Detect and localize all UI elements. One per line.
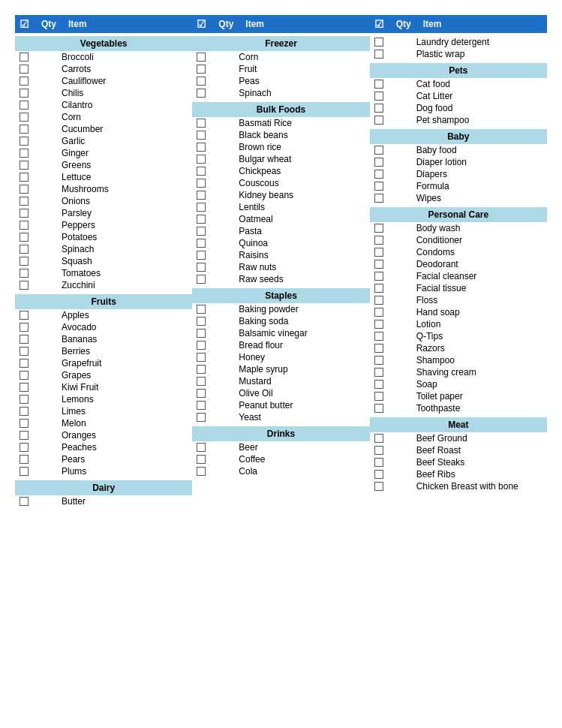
item-checkbox[interactable]: [20, 173, 29, 182]
item-checkbox[interactable]: [20, 359, 29, 368]
item-checkbox[interactable]: [197, 89, 206, 98]
item-checkbox[interactable]: [374, 470, 383, 479]
item-checkbox[interactable]: [374, 380, 383, 389]
item-checkbox[interactable]: [374, 104, 383, 113]
item-checkbox[interactable]: [197, 119, 206, 128]
item-checkbox[interactable]: [374, 38, 383, 47]
item-checkbox[interactable]: [374, 482, 383, 491]
item-checkbox[interactable]: [374, 434, 383, 443]
item-checkbox[interactable]: [197, 389, 206, 398]
item-checkbox[interactable]: [197, 467, 206, 476]
item-checkbox[interactable]: [20, 281, 29, 290]
item-checkbox[interactable]: [374, 146, 383, 155]
item-checkbox[interactable]: [374, 248, 383, 257]
item-checkbox[interactable]: [374, 356, 383, 365]
item-checkbox[interactable]: [20, 371, 29, 380]
item-checkbox[interactable]: [20, 455, 29, 464]
item-checkbox[interactable]: [20, 77, 29, 86]
item-checkbox[interactable]: [374, 458, 383, 467]
item-checkbox[interactable]: [197, 191, 206, 200]
item-checkbox[interactable]: [374, 116, 383, 125]
item-checkbox[interactable]: [374, 272, 383, 281]
item-checkbox[interactable]: [374, 392, 383, 401]
item-checkbox[interactable]: [197, 413, 206, 422]
item-checkbox[interactable]: [374, 368, 383, 377]
item-checkbox[interactable]: [197, 239, 206, 248]
item-checkbox[interactable]: [374, 332, 383, 341]
item-checkbox[interactable]: [374, 446, 383, 455]
item-checkbox[interactable]: [374, 404, 383, 413]
item-checkbox[interactable]: [197, 251, 206, 260]
item-checkbox[interactable]: [197, 455, 206, 464]
item-checkbox[interactable]: [20, 467, 29, 476]
item-checkbox[interactable]: [374, 50, 383, 59]
item-checkbox[interactable]: [20, 335, 29, 344]
item-checkbox[interactable]: [374, 80, 383, 89]
item-checkbox[interactable]: [197, 341, 206, 350]
item-checkbox[interactable]: [20, 185, 29, 194]
item-checkbox[interactable]: [20, 383, 29, 392]
item-checkbox[interactable]: [20, 323, 29, 332]
item-checkbox[interactable]: [197, 167, 206, 176]
item-checkbox[interactable]: [20, 269, 29, 278]
item-checkbox[interactable]: [374, 194, 383, 203]
list-item: Beer: [192, 441, 369, 453]
item-checkbox[interactable]: [20, 233, 29, 242]
item-checkbox[interactable]: [197, 65, 206, 74]
item-checkbox[interactable]: [197, 131, 206, 140]
item-checkbox[interactable]: [374, 224, 383, 233]
item-checkbox[interactable]: [374, 308, 383, 317]
item-checkbox[interactable]: [20, 245, 29, 254]
item-checkbox[interactable]: [197, 77, 206, 86]
item-checkbox[interactable]: [20, 125, 29, 134]
item-checkbox[interactable]: [197, 443, 206, 452]
item-checkbox[interactable]: [197, 155, 206, 164]
item-checkbox[interactable]: [20, 431, 29, 440]
item-checkbox[interactable]: [197, 305, 206, 314]
item-checkbox[interactable]: [20, 443, 29, 452]
item-checkbox[interactable]: [20, 197, 29, 206]
item-checkbox[interactable]: [197, 53, 206, 62]
item-checkbox[interactable]: [374, 236, 383, 245]
item-checkbox[interactable]: [197, 329, 206, 338]
item-checkbox[interactable]: [20, 221, 29, 230]
item-checkbox[interactable]: [197, 275, 206, 284]
item-checkbox[interactable]: [197, 401, 206, 410]
item-checkbox[interactable]: [374, 158, 383, 167]
item-checkbox[interactable]: [374, 296, 383, 305]
item-checkbox[interactable]: [374, 320, 383, 329]
item-checkbox[interactable]: [20, 137, 29, 146]
item-checkbox[interactable]: [197, 203, 206, 212]
item-checkbox[interactable]: [374, 92, 383, 101]
item-checkbox[interactable]: [20, 149, 29, 158]
item-checkbox[interactable]: [197, 227, 206, 236]
item-checkbox[interactable]: [20, 101, 29, 110]
section-header-baby: Baby: [370, 129, 547, 144]
item-checkbox[interactable]: [374, 260, 383, 269]
item-checkbox[interactable]: [197, 317, 206, 326]
item-checkbox[interactable]: [374, 284, 383, 293]
item-checkbox[interactable]: [197, 215, 206, 224]
item-checkbox[interactable]: [20, 347, 29, 356]
item-checkbox[interactable]: [20, 497, 29, 506]
item-checkbox[interactable]: [20, 257, 29, 266]
item-checkbox[interactable]: [20, 65, 29, 74]
item-checkbox[interactable]: [374, 344, 383, 353]
item-checkbox[interactable]: [197, 263, 206, 272]
item-checkbox[interactable]: [20, 53, 29, 62]
item-checkbox[interactable]: [20, 113, 29, 122]
item-checkbox[interactable]: [20, 161, 29, 170]
item-checkbox[interactable]: [374, 170, 383, 179]
item-checkbox[interactable]: [20, 407, 29, 416]
item-checkbox[interactable]: [20, 89, 29, 98]
item-checkbox[interactable]: [197, 179, 206, 188]
item-checkbox[interactable]: [20, 311, 29, 320]
item-checkbox[interactable]: [197, 353, 206, 362]
item-checkbox[interactable]: [197, 377, 206, 386]
item-checkbox[interactable]: [197, 143, 206, 152]
item-checkbox[interactable]: [374, 182, 383, 191]
item-checkbox[interactable]: [20, 419, 29, 428]
item-checkbox[interactable]: [197, 365, 206, 374]
item-checkbox[interactable]: [20, 395, 29, 404]
item-checkbox[interactable]: [20, 209, 29, 218]
